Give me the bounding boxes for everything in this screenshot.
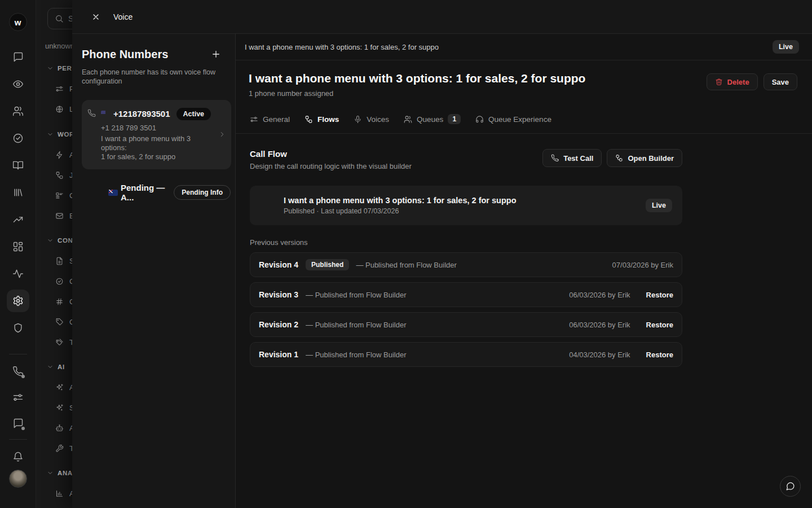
tab-flows[interactable]: Flows	[304, 115, 339, 124]
shield-icon	[12, 322, 24, 334]
published-badge: Published	[306, 259, 349, 270]
section-label: AI	[58, 364, 65, 370]
phone-number-card-selected[interactable]: +12187893501 Active +1 218 789 3501 I wa…	[82, 100, 231, 170]
flows-tab-content: Call Flow Design the call routing logic …	[236, 134, 682, 367]
app-logo[interactable]: w	[9, 13, 27, 31]
chevron-right-icon	[218, 130, 226, 138]
sheet-header: Voice	[72, 0, 812, 34]
section-label: PER	[58, 65, 72, 72]
rail-shield-button[interactable]	[7, 317, 29, 339]
rail-divider	[9, 354, 27, 354]
notification-dot	[21, 375, 25, 378]
add-phone-number-button[interactable]	[209, 47, 223, 61]
check-circle-icon	[12, 133, 24, 144]
activity-icon	[12, 268, 24, 279]
revision-date: 04/03/2026 by Erik	[569, 351, 630, 359]
revision-note: — Published from Flow Builder	[306, 291, 569, 299]
rail-settings-button[interactable]	[7, 290, 29, 312]
book-open-icon	[12, 160, 24, 171]
sparkles-icon	[55, 383, 64, 392]
rail-chat-button[interactable]	[7, 46, 29, 68]
users-icon	[12, 106, 24, 117]
us-flag-icon	[101, 111, 111, 117]
detail-header: I want a phone menu with 3 options: 1 fo…	[236, 60, 812, 105]
rail-bell-button[interactable]	[7, 445, 29, 468]
tab-queues[interactable]: Queues 1	[404, 114, 461, 124]
support-chat-button[interactable]	[780, 476, 801, 497]
section-label: CON	[58, 237, 73, 244]
workflow-icon	[304, 115, 313, 124]
test-call-button[interactable]: Test Call	[542, 149, 602, 167]
revision-list: Revision 4 Published — Published from Fl…	[250, 252, 682, 367]
hash-icon	[55, 297, 64, 306]
notification-dot	[21, 427, 25, 430]
workflow-icon	[55, 171, 64, 179]
settings-icon	[12, 295, 24, 306]
revision-row: Revision 3 — Published from Flow Builder…	[250, 282, 682, 307]
call-flow-title: Call Flow	[250, 149, 412, 159]
clock-check-icon	[55, 277, 64, 286]
pending-label: Pending — A...	[121, 183, 165, 202]
chevron-down-icon	[47, 470, 54, 476]
sheet-title: Voice	[113, 12, 133, 21]
revision-row: Revision 4 Published — Published from Fl…	[250, 252, 682, 277]
bar-chart-icon	[55, 489, 64, 498]
revision-date: 06/03/2026 by Erik	[569, 321, 630, 329]
trending-up-icon	[12, 214, 24, 225]
user-avatar[interactable]	[9, 470, 27, 488]
globe-icon	[55, 105, 64, 113]
rail-trending-button[interactable]	[7, 208, 29, 231]
phone-number-pending-row[interactable]: Pending — A... Pending Info	[82, 183, 231, 202]
chat-icon	[12, 51, 24, 63]
rail-book-button[interactable]	[7, 154, 29, 177]
rail-library-button[interactable]	[7, 181, 29, 204]
revision-date: 07/03/2026 by Erik	[612, 261, 673, 269]
bot-icon	[55, 424, 64, 432]
pending-info-button[interactable]: Pending Info	[174, 185, 231, 200]
rail-users-button[interactable]	[7, 100, 29, 122]
icon-rail: w	[0, 0, 36, 508]
sliders-dots-icon	[55, 85, 64, 93]
chevron-down-icon	[47, 65, 54, 72]
page-title: I want a phone menu with 3 options: 1 fo…	[249, 72, 585, 85]
tab-voices[interactable]: Voices	[354, 115, 389, 124]
rail-check-circle-button[interactable]	[7, 127, 29, 150]
zap-icon	[55, 151, 64, 159]
delete-button[interactable]: Delete	[707, 73, 758, 90]
rail-chat-alt-button[interactable]	[7, 412, 29, 435]
search-icon	[55, 14, 64, 23]
wrench-icon	[55, 444, 64, 453]
layout-list-icon	[55, 191, 64, 200]
phone-icon	[87, 109, 96, 162]
close-button[interactable]	[88, 9, 104, 25]
rail-sliders-button[interactable]	[7, 386, 29, 409]
revision-name: Revision 4	[259, 260, 298, 269]
restore-button[interactable]: Restore	[646, 321, 673, 329]
chevron-down-icon	[47, 131, 54, 138]
rail-eye-button[interactable]	[7, 73, 29, 95]
microphone-icon	[354, 115, 362, 124]
bell-icon	[12, 451, 24, 462]
users-icon	[404, 115, 412, 124]
previous-versions-heading: Previous versions	[250, 238, 682, 247]
restore-button[interactable]: Restore	[646, 291, 673, 299]
tab-general[interactable]: General	[250, 115, 290, 124]
detail-strip: I want a phone menu with 3 options: 1 fo…	[236, 34, 812, 60]
rail-phone-button[interactable]	[7, 360, 29, 383]
current-flow-card[interactable]: I want a phone menu with 3 options: 1 fo…	[250, 186, 682, 225]
rail-dashboard-button[interactable]	[7, 235, 29, 258]
message-bubble-icon	[785, 481, 795, 491]
revision-row: Revision 2 — Published from Flow Builder…	[250, 312, 682, 337]
revision-note: — Published from Flow Builder	[306, 321, 569, 329]
flow-card-title: I want a phone menu with 3 options: 1 fo…	[284, 196, 646, 205]
panel-title: Phone Numbers	[82, 48, 168, 61]
page-subtitle: 1 phone number assigned	[249, 89, 585, 98]
open-builder-button[interactable]: Open Builder	[607, 149, 682, 167]
save-button[interactable]: Save	[764, 73, 797, 90]
rail-activity-button[interactable]	[7, 262, 29, 285]
tab-bar: General Flows Voices Queues 1 Queu	[236, 105, 812, 134]
workflow-icon	[615, 154, 623, 162]
restore-button[interactable]: Restore	[646, 351, 673, 359]
tab-queue-experience[interactable]: Queue Experience	[475, 115, 551, 124]
chevron-down-icon	[47, 237, 54, 244]
